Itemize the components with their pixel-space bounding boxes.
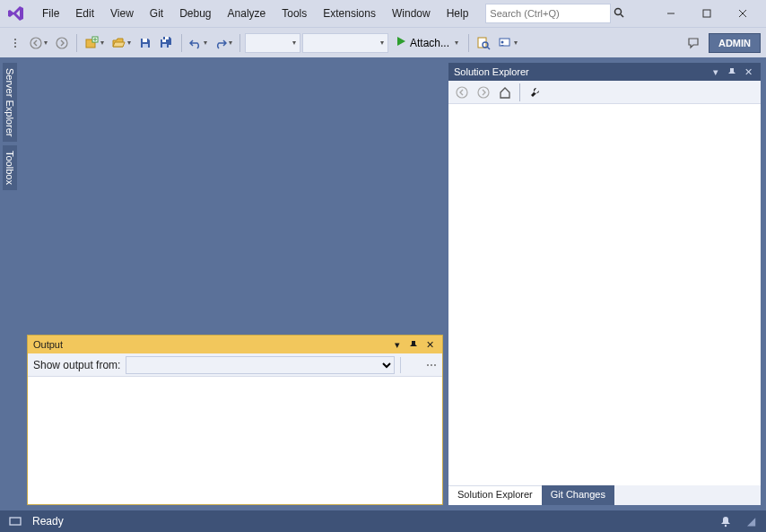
- home-icon[interactable]: [495, 83, 515, 102]
- sln-back-button[interactable]: [452, 83, 472, 102]
- solution-explorer-toolbar: [448, 81, 761, 104]
- bell-icon[interactable]: [718, 515, 734, 528]
- nav-back-button[interactable]: ▾: [27, 33, 50, 53]
- menu-extensions[interactable]: Extensions: [315, 4, 384, 23]
- svg-point-24: [501, 40, 504, 43]
- chevron-down-icon[interactable]: ▾: [709, 65, 723, 79]
- menu-analyze[interactable]: Analyze: [220, 4, 274, 23]
- svg-line-1: [621, 14, 623, 17]
- search-input[interactable]: [490, 8, 614, 19]
- svg-point-8: [14, 46, 16, 48]
- undo-button[interactable]: ▾: [187, 33, 210, 53]
- svg-point-7: [14, 42, 16, 44]
- redo-button[interactable]: ▾: [212, 33, 235, 53]
- save-all-button[interactable]: [157, 33, 177, 53]
- resize-grip-icon[interactable]: ◢: [743, 515, 759, 528]
- attach-debugger-button[interactable]: Attach... ▾: [390, 33, 464, 53]
- output-toolbar: Show output from: ⋯: [28, 353, 442, 377]
- sln-forward-button[interactable]: [474, 83, 493, 102]
- solution-explorer-titlebar[interactable]: Solution Explorer ▾ ✕: [448, 63, 761, 81]
- solution-explorer-panel: Solution Explorer ▾ ✕ Soluti: [448, 63, 761, 505]
- tab-solution-explorer[interactable]: Solution Explorer: [448, 485, 542, 505]
- solution-config-combo[interactable]: ▾: [245, 33, 300, 53]
- find-in-files-button[interactable]: [474, 33, 493, 53]
- status-bar: Ready ◢: [0, 510, 766, 532]
- document-well: [20, 57, 443, 329]
- menu-edit[interactable]: Edit: [67, 4, 102, 23]
- menu-bar: File Edit View Git Debug Analyze Tools E…: [0, 0, 766, 27]
- svg-rect-27: [10, 518, 21, 525]
- svg-rect-17: [165, 37, 169, 39]
- solution-explorer-title-label: Solution Explorer: [454, 66, 529, 77]
- admin-badge-button[interactable]: ADMIN: [709, 33, 761, 53]
- attach-label: Attach...: [410, 37, 449, 49]
- svg-rect-16: [143, 44, 148, 48]
- menu-window[interactable]: Window: [384, 4, 439, 23]
- left-dock: Server Explorer Toolbox: [0, 57, 20, 510]
- output-title-label: Output: [33, 339, 63, 350]
- menu-tools[interactable]: Tools: [274, 4, 315, 23]
- search-box[interactable]: [485, 4, 611, 23]
- tab-toolbox[interactable]: Toolbox: [3, 145, 17, 190]
- minimize-button[interactable]: [653, 2, 689, 25]
- search-icon: [614, 7, 624, 21]
- svg-point-26: [478, 87, 489, 98]
- tab-server-explorer[interactable]: Server Explorer: [3, 63, 17, 142]
- menu-debug[interactable]: Debug: [171, 4, 219, 23]
- output-panel: Output ▾ ✕ Show output from: ⋯: [27, 335, 443, 505]
- new-project-button[interactable]: ▾: [82, 33, 107, 53]
- maximize-button[interactable]: [689, 2, 725, 25]
- svg-point-10: [57, 38, 67, 48]
- close-button[interactable]: [725, 2, 761, 25]
- tab-git-changes[interactable]: Git Changes: [542, 485, 614, 505]
- feedback-button[interactable]: [683, 33, 703, 53]
- pin-icon[interactable]: [725, 65, 739, 79]
- open-file-button[interactable]: ▾: [109, 33, 134, 53]
- output-body[interactable]: [28, 377, 442, 504]
- solution-platform-combo[interactable]: ▾: [302, 33, 388, 53]
- svg-rect-15: [143, 39, 147, 42]
- show-output-from-label: Show output from:: [33, 359, 120, 371]
- play-icon: [396, 36, 406, 49]
- menu-help[interactable]: Help: [439, 4, 477, 23]
- svg-point-6: [14, 39, 16, 40]
- svg-rect-19: [162, 44, 167, 48]
- svg-point-0: [615, 8, 622, 14]
- live-share-button[interactable]: ▾: [495, 33, 520, 53]
- nav-forward-button[interactable]: [52, 33, 72, 53]
- svg-rect-3: [703, 10, 710, 17]
- svg-rect-18: [162, 39, 166, 42]
- toolbar-options-icon[interactable]: [5, 33, 25, 53]
- status-rect-icon: [7, 516, 23, 527]
- close-icon[interactable]: ✕: [422, 337, 437, 352]
- menu-view[interactable]: View: [102, 4, 142, 23]
- svg-point-9: [30, 38, 41, 48]
- status-text: Ready: [32, 515, 64, 528]
- menu-git[interactable]: Git: [142, 4, 171, 23]
- solution-explorer-tabstrip: Solution Explorer Git Changes: [448, 485, 761, 505]
- save-button[interactable]: [135, 33, 155, 53]
- wrench-icon[interactable]: [525, 83, 544, 102]
- solution-explorer-tree[interactable]: [448, 104, 761, 485]
- overflow-icon[interactable]: ⋯: [426, 359, 437, 371]
- chevron-down-icon[interactable]: ▾: [390, 337, 405, 352]
- menu-file[interactable]: File: [34, 4, 67, 23]
- main-toolbar: ▾ ▾ ▾ ▾ ▾ ▾ ▾ Attach... ▾ ▾: [0, 27, 766, 57]
- main-area: Server Explorer Toolbox Output ▾ ✕ Show …: [0, 57, 766, 510]
- svg-point-25: [457, 87, 467, 98]
- svg-line-22: [487, 47, 490, 49]
- vs-logo-icon: [5, 3, 27, 24]
- pin-icon[interactable]: [406, 337, 421, 352]
- svg-point-28: [725, 525, 727, 527]
- close-icon[interactable]: ✕: [741, 65, 755, 79]
- output-titlebar[interactable]: Output ▾ ✕: [28, 336, 442, 353]
- output-source-combo[interactable]: [126, 356, 395, 374]
- center-region: Output ▾ ✕ Show output from: ⋯: [20, 57, 443, 510]
